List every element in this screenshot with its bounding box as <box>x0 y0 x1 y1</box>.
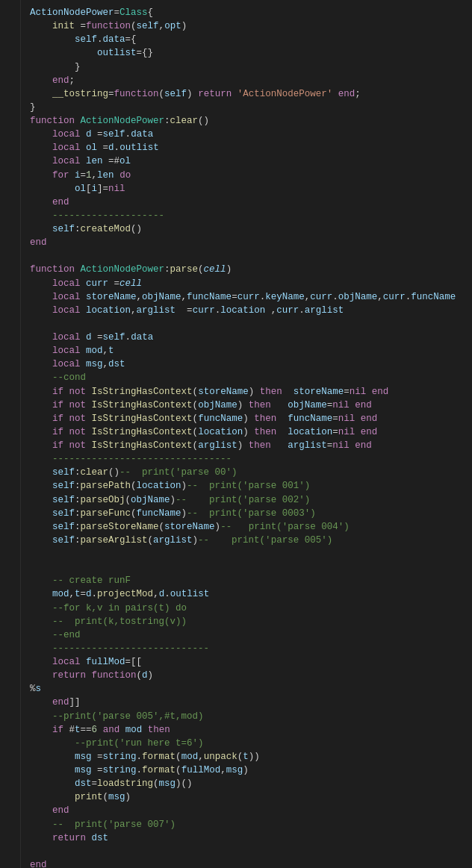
line-number <box>4 201 17 213</box>
line-number <box>4 772 17 784</box>
code-line: end <box>30 236 472 249</box>
line-number <box>4 227 17 240</box>
code-line: --end <box>30 628 472 642</box>
line-number <box>4 84 17 96</box>
code-content[interactable]: ActionNodePower=Class{ init =function(se… <box>21 0 472 868</box>
code-line: print(msg) <box>30 790 472 804</box>
line-number <box>4 694 17 707</box>
line-number <box>4 187 17 200</box>
code-line <box>30 547 472 561</box>
code-line: local d =self.data <box>30 331 472 344</box>
line-number <box>4 538 17 551</box>
line-number <box>4 19 17 31</box>
code-line: --print('run here t=6') <box>30 737 472 750</box>
line-number <box>4 603 17 616</box>
line-number <box>4 551 17 563</box>
line-number <box>4 213 17 226</box>
code-line: ---------------------------- <box>30 642 472 655</box>
code-line: function ActionNodePower:parse(cell) <box>30 263 472 276</box>
code-line: if #t==6 and mod then <box>30 723 472 737</box>
code-line <box>30 561 472 574</box>
line-number <box>4 525 17 538</box>
code-line: self:parseStoreName(storeName)-- print('… <box>30 520 472 534</box>
code-line: if not IsStringHasContext(funcName) then… <box>30 412 472 425</box>
line-number <box>4 499 17 512</box>
code-line: self:parseObj(objName)-- print('parse 00… <box>30 493 472 507</box>
line-number <box>4 396 17 408</box>
line-number <box>4 486 17 499</box>
code-line: if not IsStringHasContext(objName) then … <box>30 399 472 412</box>
code-line: if not IsStringHasContext(storeName) the… <box>30 385 472 399</box>
line-number <box>4 382 17 395</box>
line-number <box>4 175 17 187</box>
line-number <box>4 434 17 447</box>
line-number <box>4 149 17 161</box>
line-number <box>4 136 17 149</box>
code-container: ActionNodePower=Class{ init =function(se… <box>0 0 472 868</box>
line-number <box>4 6 17 19</box>
line-number <box>4 849 17 862</box>
line-number <box>4 798 17 811</box>
line-number <box>4 746 17 758</box>
code-line: -- create runF <box>30 574 472 587</box>
code-line: init =function(self,opt) <box>30 19 472 33</box>
code-line: if not IsStringHasContext(location) then… <box>30 425 472 439</box>
line-number <box>4 292 17 305</box>
line-number <box>4 837 17 849</box>
code-line: __tostring=function(self) return 'Action… <box>30 87 472 101</box>
line-number <box>4 58 17 71</box>
code-line: mod,t=d.projectMod,d.outlist <box>30 587 472 601</box>
line-number <box>4 733 17 746</box>
code-line: self:createMod() <box>30 222 472 236</box>
line-number <box>4 473 17 486</box>
code-line: function ActionNodePower:clear() <box>30 114 472 128</box>
code-line: local curr =cell <box>30 277 472 290</box>
code-line: msg =string.format(mod,unpack(t)) <box>30 750 472 764</box>
code-line: end <box>30 196 472 209</box>
code-line: -------------------------------- <box>30 452 472 466</box>
code-line: } <box>30 60 472 74</box>
code-line: end <box>30 858 472 868</box>
code-line: self:parseArglist(arglist)-- print('pars… <box>30 534 472 547</box>
code-line: end; <box>30 74 472 87</box>
line-number <box>4 252 17 265</box>
code-line <box>30 845 472 858</box>
line-number <box>4 759 17 772</box>
code-line: end <box>30 804 472 817</box>
code-line: -- print('parse 007') <box>30 818 472 831</box>
line-number <box>4 162 17 175</box>
code-line: --cond <box>30 371 472 384</box>
line-number <box>4 97 17 110</box>
line-number <box>4 317 17 330</box>
code-line: --for k,v in pairs(t) do <box>30 602 472 615</box>
line-number <box>4 655 17 668</box>
line-number <box>4 616 17 628</box>
line-number <box>4 784 17 797</box>
code-line: self:parseFunc(funcName)-- print('parse … <box>30 507 472 520</box>
line-number <box>4 343 17 356</box>
line-number <box>4 564 17 577</box>
code-line: local d =self.data <box>30 128 472 141</box>
line-number <box>4 369 17 382</box>
code-line: dst=loadstring(msg)() <box>30 777 472 790</box>
line-number <box>4 642 17 655</box>
code-line: end]] <box>30 696 472 709</box>
code-line: self.data={ <box>30 33 472 46</box>
code-line: self:clear()-- print('parse 00') <box>30 466 472 479</box>
line-number <box>4 811 17 823</box>
code-line: return function(d) <box>30 669 472 682</box>
line-number <box>4 240 17 252</box>
code-line: --print('parse 005',#t,mod) <box>30 710 472 723</box>
code-line: outlist={} <box>30 46 472 60</box>
line-number <box>4 512 17 525</box>
code-line: for i=1,len do <box>30 169 472 182</box>
line-number <box>4 331 17 343</box>
code-line: return dst <box>30 831 472 845</box>
code-line: local location,arglist =curr.location ,c… <box>30 304 472 317</box>
line-number <box>4 110 17 122</box>
code-line <box>30 249 472 263</box>
code-line: } <box>30 101 472 114</box>
code-line: ol[i]=nil <box>30 182 472 196</box>
code-line: local msg,dst <box>30 357 472 371</box>
line-number <box>4 45 17 57</box>
